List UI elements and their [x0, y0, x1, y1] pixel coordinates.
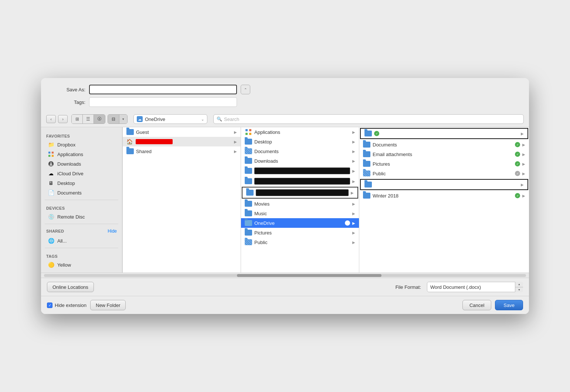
arrow-icon: ▶ — [234, 130, 237, 134]
list-item[interactable]: OneDrive ✓ ▶ — [241, 218, 359, 228]
list-item[interactable]: Documents ✓ ▶ — [359, 140, 529, 149]
list-item[interactable]: ▶ — [360, 179, 528, 190]
list-item[interactable]: Guest ▶ — [123, 127, 241, 137]
format-stepper[interactable]: ▲ ▼ — [515, 282, 523, 292]
arrow-icon: ▶ — [352, 231, 355, 235]
icon-view-button[interactable]: ⊞ — [72, 115, 83, 124]
stepper-down[interactable]: ▼ — [515, 287, 523, 293]
tags-input[interactable] — [89, 97, 237, 107]
search-box[interactable]: 🔍 Search — [213, 114, 524, 124]
list-item[interactable]: Documents ▶ — [241, 146, 359, 156]
list-item[interactable]: Pictures ▶ — [241, 228, 359, 237]
folder-icon — [245, 239, 252, 245]
sidebar-item-icloud[interactable]: ☁ iCloud Drive — [43, 169, 121, 178]
arrow-icon: ▶ — [522, 194, 525, 198]
sidebar-item-desktop-label: Desktop — [57, 180, 75, 186]
arrow-icon: ▶ — [352, 202, 355, 206]
cancel-button[interactable]: Cancel — [462, 300, 491, 310]
scrollbar-track[interactable] — [44, 274, 526, 277]
folder-icon — [245, 230, 252, 236]
sync-icon: ✓ — [374, 131, 379, 136]
sidebar-item-icloud-label: iCloud Drive — [57, 171, 84, 176]
redacted-name — [136, 139, 173, 144]
list-item[interactable]: ▶ — [242, 187, 358, 199]
list-item[interactable]: Shared ▶ — [123, 146, 241, 156]
save-button[interactable]: Save — [495, 300, 523, 310]
list-item[interactable]: ✓ ▶ — [360, 128, 528, 139]
column-group-button: ⊟ ▾ — [108, 114, 128, 124]
forward-button[interactable]: › — [58, 115, 68, 123]
file-name: Music — [254, 211, 350, 216]
arrow-icon: ▶ — [352, 149, 355, 153]
dropbox-icon: 📁 — [48, 141, 54, 148]
list-item[interactable]: ▶ — [241, 166, 359, 176]
save-as-input[interactable] — [89, 85, 237, 94]
list-item[interactable]: Email attachments ✓ ▶ — [359, 149, 529, 159]
sidebar-item-dropbox[interactable]: 📁 Dropbox — [43, 140, 121, 149]
main-area: Favorites 📁 Dropbox Applications Downloa… — [41, 127, 529, 273]
sidebar-item-yellow[interactable]: 🟡 Yellow — [43, 260, 121, 270]
file-format-select[interactable]: Word Document (.docx) PDF Rich Text Form… — [427, 282, 523, 292]
yellow-tag-icon: 🟡 — [48, 261, 54, 268]
sidebar-item-documents[interactable]: 📄 Documents — [43, 188, 121, 197]
sidebar-item-downloads[interactable]: Downloads — [43, 159, 121, 169]
sync-icon: ✓ — [345, 220, 350, 226]
redacted-name — [254, 168, 350, 174]
folder-icon — [363, 161, 370, 167]
column-view-button[interactable]: ⦿ — [94, 115, 105, 124]
file-browser: Guest ▶ 🏠 ▶ Shared ▶ — [123, 127, 529, 273]
hide-extension-checkbox[interactable]: ✓ — [47, 303, 52, 308]
toolbar: ‹ › ⊞ ☰ ⦿ ⊟ ▾ ☁ OneDrive ⌄ 🔍 Search — [41, 111, 529, 127]
folder-icon — [363, 193, 370, 199]
file-name: Guest — [136, 129, 232, 135]
list-item[interactable]: ▶ — [241, 176, 359, 186]
list-item[interactable]: Downloads ▶ — [241, 156, 359, 166]
online-locations-button[interactable]: Online Locations — [47, 282, 94, 292]
folder-icon — [245, 220, 252, 226]
shared-hide-button[interactable]: Hide — [108, 229, 117, 234]
save-as-label: Save As: — [56, 87, 85, 92]
folder-icon — [126, 129, 134, 135]
sidebar-item-applications[interactable]: Applications — [43, 149, 121, 159]
downloads-icon — [48, 160, 54, 167]
svg-rect-6 — [50, 165, 52, 166]
sidebar-item-remote-disc[interactable]: 💿 Remote Disc — [43, 212, 121, 222]
list-item[interactable]: Music ▶ — [241, 209, 359, 218]
folder-icon — [364, 182, 372, 187]
hide-extension-wrap: ✓ Hide extension — [47, 303, 86, 308]
scrollbar-thumb[interactable] — [237, 274, 381, 277]
favorites-section-label: Favorites — [41, 130, 122, 140]
column-mode-button[interactable]: ⊟ — [108, 115, 119, 124]
file-name: Movies — [254, 201, 350, 207]
list-item[interactable]: Pictures ✓ ▶ — [359, 159, 529, 169]
expand-button[interactable]: ⌃ — [241, 85, 250, 94]
save-as-row: Save As: ⌃ — [56, 85, 514, 94]
list-item[interactable]: Public ✓ ▶ — [359, 169, 529, 178]
arrow-icon: ▶ — [522, 143, 525, 147]
list-item[interactable]: Public ▶ — [241, 237, 359, 247]
arrow-icon: ▶ — [521, 132, 524, 136]
list-item[interactable]: Winter 2018 ✓ ▶ — [359, 191, 529, 200]
column-dropdown-button[interactable]: ▾ — [119, 115, 127, 124]
file-name: Downloads — [254, 158, 350, 164]
list-item[interactable]: Applications ▶ — [241, 127, 359, 137]
list-item[interactable]: Movies ▶ — [241, 199, 359, 209]
arrow-icon: ▶ — [522, 162, 525, 166]
sidebar-item-desktop[interactable]: 🖥 Desktop — [43, 178, 121, 188]
arrow-icon: ▶ — [352, 140, 355, 144]
list-item[interactable]: 🏠 ▶ — [123, 137, 241, 146]
sidebar-item-dropbox-label: Dropbox — [57, 142, 75, 148]
svg-rect-2 — [48, 155, 50, 157]
new-folder-button[interactable]: New Folder — [90, 300, 126, 310]
sync-icon: ✓ — [515, 171, 520, 176]
file-name: Winter 2018 — [373, 193, 513, 199]
list-item[interactable]: Desktop ▶ — [241, 137, 359, 146]
redacted-name — [254, 178, 350, 185]
sidebar-divider-3 — [45, 248, 118, 248]
bottom-actions: ✓ Hide extension New Folder Cancel Save — [41, 296, 529, 314]
sidebar-item-all[interactable]: 🌐 All... — [43, 236, 121, 246]
stepper-up[interactable]: ▲ — [515, 282, 523, 287]
list-view-button[interactable]: ☰ — [83, 115, 94, 124]
back-button[interactable]: ‹ — [46, 115, 56, 123]
location-selector[interactable]: ☁ OneDrive ⌄ — [133, 114, 207, 124]
